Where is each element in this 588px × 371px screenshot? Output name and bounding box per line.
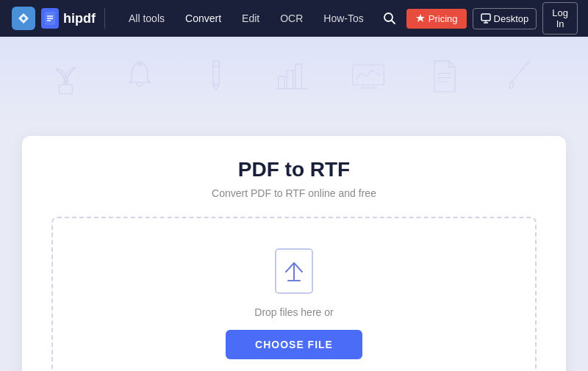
nav-convert[interactable]: Convert: [176, 8, 230, 29]
upload-area: Drop files here or CHOOSE FILE: [51, 217, 537, 371]
deco-plant-icon: [49, 57, 82, 102]
nav-actions: Pricing Desktop Log In: [379, 2, 578, 35]
svg-rect-15: [287, 71, 293, 89]
desktop-button[interactable]: Desktop: [473, 8, 537, 29]
hipdf-brand[interactable]: hipdf: [41, 8, 105, 29]
svg-rect-6: [481, 14, 490, 21]
nav-all-tools[interactable]: All tools: [120, 8, 173, 29]
page-title: PDF to RTF: [51, 158, 537, 181]
svg-point-10: [138, 62, 142, 65]
svg-rect-14: [279, 76, 284, 89]
drop-text: Drop files here or: [254, 306, 333, 318]
upload-icon: [273, 248, 315, 295]
deco-chart-icon: [273, 58, 310, 100]
hero-background: [0, 37, 588, 121]
svg-rect-11: [213, 61, 219, 84]
page-subtitle: Convert PDF to RTF online and free: [51, 187, 537, 199]
deco-monitor-icon: [350, 58, 387, 100]
svg-rect-16: [295, 64, 301, 88]
deco-document-icon: [426, 58, 463, 100]
search-button[interactable]: [379, 7, 401, 29]
hero-decorations: [0, 37, 588, 121]
deco-bell-icon: [121, 58, 158, 100]
hipdf-label: hipdf: [63, 11, 96, 26]
navbar: hipdf All tools Convert Edit OCR How-Tos…: [0, 0, 588, 37]
nav-how-tos[interactable]: How-Tos: [315, 8, 372, 29]
svg-marker-12: [213, 84, 219, 90]
deco-brush-icon: [502, 58, 539, 100]
main-content: PDF to RTF Convert PDF to RTF online and…: [0, 121, 588, 371]
nav-links: All tools Convert Edit OCR How-Tos: [120, 8, 373, 29]
svg-rect-9: [59, 84, 72, 94]
deco-pen-icon: [198, 58, 234, 100]
login-button[interactable]: Log In: [542, 2, 578, 35]
hipdf-icon: [41, 8, 59, 29]
pricing-button[interactable]: Pricing: [406, 9, 467, 29]
choose-file-button[interactable]: CHOOSE FILE: [226, 330, 362, 359]
nav-ocr[interactable]: OCR: [271, 8, 312, 29]
wondershare-logo[interactable]: [12, 7, 35, 30]
nav-edit[interactable]: Edit: [233, 8, 268, 29]
content-card: PDF to RTF Convert PDF to RTF online and…: [22, 136, 566, 371]
svg-line-26: [526, 62, 529, 64]
svg-line-25: [512, 64, 527, 82]
svg-line-5: [391, 21, 395, 24]
